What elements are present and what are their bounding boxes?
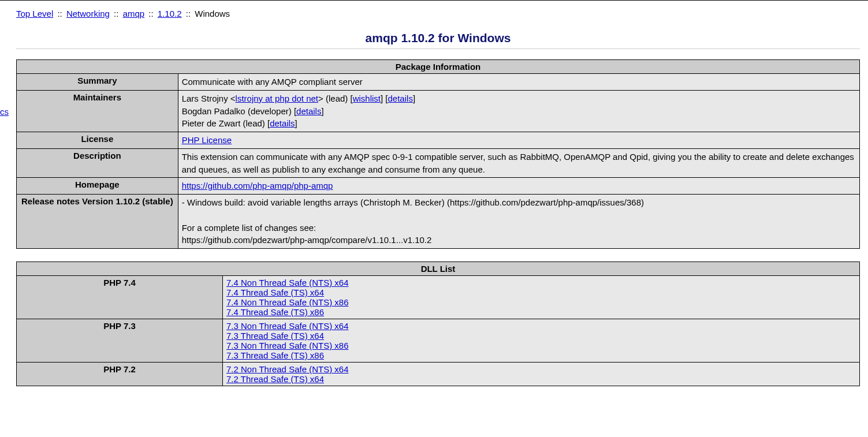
- maintainers-value: Lars Strojny <lstrojny at php dot net> (…: [178, 90, 859, 132]
- package-info-table: Package Information Summary Communicate …: [16, 59, 860, 249]
- dll-download-link[interactable]: 7.3 Non Thread Safe (NTS) x64: [226, 321, 349, 331]
- dll-download-link[interactable]: 7.4 Thread Safe (TS) x64: [226, 287, 324, 297]
- license-link[interactable]: PHP License: [182, 135, 232, 145]
- dll-download-link[interactable]: 7.4 Thread Safe (TS) x86: [226, 307, 324, 317]
- page-title: amqp 1.10.2 for Windows: [16, 31, 860, 45]
- description-value: This extension can communicate with any …: [178, 148, 859, 178]
- maintainers-label: Maintainers: [17, 90, 178, 132]
- dll-php-version: PHP 7.4: [17, 276, 223, 319]
- package-info-header: Package Information: [17, 60, 860, 74]
- maintainer-email-link[interactable]: lstrojny at php dot net: [236, 94, 318, 103]
- dll-download-link[interactable]: 7.4 Non Thread Safe (NTS) x64: [226, 278, 349, 287]
- release-notes-label: Release notes Version 1.10.2 (stable): [17, 195, 178, 249]
- maintainer-wishlist-link[interactable]: wishlist: [353, 94, 381, 103]
- breadcrumb-separator: ::: [55, 9, 64, 18]
- dll-list-table: DLL List PHP 7.47.4 Non Thread Safe (NTS…: [16, 262, 860, 386]
- sidebar-link-cs[interactable]: cs: [0, 107, 9, 117]
- license-label: License: [17, 132, 178, 149]
- breadcrumb-version[interactable]: 1.10.2: [158, 9, 182, 18]
- breadcrumb-amqp[interactable]: amqp: [123, 9, 145, 18]
- dll-php-version: PHP 7.2: [17, 363, 223, 386]
- summary-value: Communicate with any AMQP compliant serv…: [178, 74, 859, 91]
- homepage-value: https://github.com/php-amqp/php-amqp: [178, 178, 859, 195]
- dll-links-cell: 7.2 Non Thread Safe (NTS) x647.2 Thread …: [223, 363, 860, 386]
- maintainer-details-link[interactable]: details: [388, 94, 413, 103]
- dll-links-cell: 7.4 Non Thread Safe (NTS) x647.4 Thread …: [223, 276, 860, 319]
- dll-list-header: DLL List: [17, 262, 860, 276]
- license-value: PHP License: [178, 132, 859, 149]
- breadcrumb-separator: ::: [112, 9, 120, 18]
- maintainer-details-link[interactable]: details: [296, 106, 321, 116]
- maintainer-details-link[interactable]: details: [270, 118, 295, 128]
- dll-php-version: PHP 7.3: [17, 319, 223, 363]
- dll-download-link[interactable]: 7.2 Thread Safe (TS) x64: [226, 374, 324, 384]
- breadcrumb-separator: ::: [147, 9, 155, 18]
- dll-download-link[interactable]: 7.4 Non Thread Safe (NTS) x86: [226, 297, 349, 307]
- description-label: Description: [17, 148, 178, 178]
- summary-label: Summary: [17, 74, 178, 91]
- breadcrumb-separator: ::: [184, 9, 192, 18]
- dll-download-link[interactable]: 7.3 Thread Safe (TS) x86: [226, 350, 324, 360]
- title-separator: [16, 48, 860, 49]
- homepage-label: Homepage: [17, 178, 178, 195]
- dll-links-cell: 7.3 Non Thread Safe (NTS) x647.3 Thread …: [223, 319, 860, 363]
- dll-download-link[interactable]: 7.2 Non Thread Safe (NTS) x64: [226, 364, 349, 374]
- release-notes-value: - Windows build: avoid variable lengths …: [178, 195, 859, 249]
- breadcrumb-current: Windows: [195, 9, 230, 18]
- breadcrumb: Top Level :: Networking :: amqp :: 1.10.…: [16, 6, 860, 27]
- dll-download-link[interactable]: 7.3 Non Thread Safe (NTS) x86: [226, 341, 349, 350]
- breadcrumb-top-level[interactable]: Top Level: [16, 9, 53, 18]
- dll-download-link[interactable]: 7.3 Thread Safe (TS) x64: [226, 331, 324, 341]
- homepage-link[interactable]: https://github.com/php-amqp/php-amqp: [182, 181, 333, 191]
- breadcrumb-networking[interactable]: Networking: [66, 9, 110, 18]
